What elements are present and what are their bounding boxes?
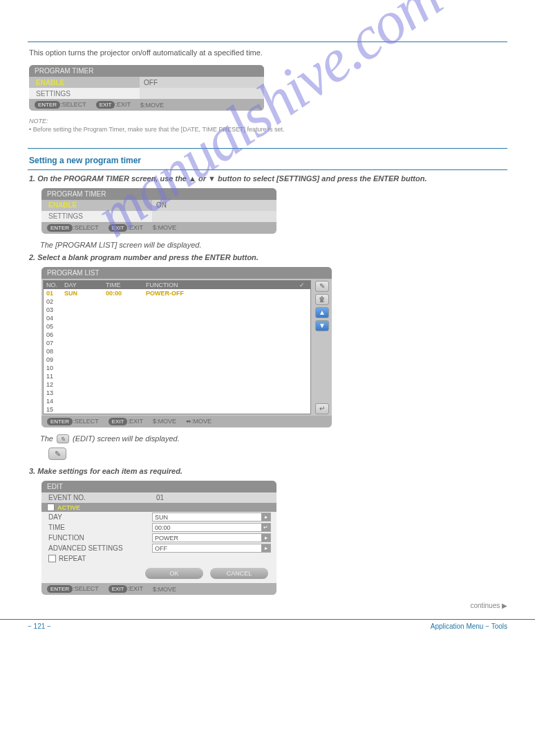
footer-move: $:MOVE bbox=[153, 586, 176, 593]
panel-footer: ENTER:SELECT EXIT:EXIT $:MOVE bbox=[41, 583, 276, 595]
program-timer-panel-on: PROGRAM TIMER ENABLE ON SETTINGS ENTER:S… bbox=[41, 188, 276, 234]
advanced-row[interactable]: ADVANCED SETTINGS OFF▸ bbox=[41, 543, 276, 553]
event-no-row: EVENT NO. 01 bbox=[41, 492, 276, 503]
function-row[interactable]: FUNCTION POWER▸ bbox=[41, 533, 276, 543]
table-row[interactable]: 05 bbox=[44, 322, 310, 331]
note-part-a: The bbox=[40, 434, 55, 443]
edit-icon[interactable]: ✎ bbox=[315, 281, 329, 292]
exit-pill: EXIT bbox=[109, 585, 128, 593]
menu-row-settings[interactable]: SETTINGS bbox=[41, 211, 276, 222]
col-day: DAY bbox=[62, 281, 103, 289]
table-row[interactable]: 08 bbox=[44, 347, 310, 356]
footer-move: $:MOVE bbox=[153, 224, 176, 231]
enable-label: ENABLE bbox=[29, 79, 140, 86]
table-row[interactable]: 01SUN00:00POWER-OFF bbox=[44, 289, 310, 297]
table-row[interactable]: 14 bbox=[44, 397, 310, 405]
settings-label: SETTINGS bbox=[29, 90, 140, 98]
col-no: NO. bbox=[44, 281, 62, 289]
function-field[interactable]: POWER▸ bbox=[152, 533, 271, 542]
program-list-panel: PROGRAM LIST NO. DAY TIME FUNCTION ✓ 01S… bbox=[41, 267, 332, 427]
function-label: FUNCTION bbox=[41, 534, 152, 542]
panel-title: PROGRAM TIMER bbox=[29, 65, 264, 77]
chevron-right-icon: ▸ bbox=[261, 544, 270, 552]
advanced-label: ADVANCED SETTINGS bbox=[41, 544, 152, 552]
enter-pill: ENTER bbox=[47, 224, 73, 232]
active-label: ACTIVE bbox=[57, 504, 80, 511]
event-no-label: EVENT NO. bbox=[41, 494, 152, 501]
function-value: POWER bbox=[155, 535, 178, 542]
exit-pill: EXIT bbox=[109, 224, 128, 232]
footer-select: :SELECT bbox=[73, 224, 99, 231]
enable-label: ENABLE bbox=[41, 201, 152, 209]
day-row[interactable]: DAY SUN▸ bbox=[41, 512, 276, 522]
menu-row-enable[interactable]: ENABLE OFF bbox=[29, 77, 264, 88]
up-icon[interactable]: ▲ bbox=[315, 307, 329, 318]
footer-move: $:MOVE bbox=[140, 102, 164, 109]
step-3-title: 3. Make settings for each item as requir… bbox=[29, 467, 507, 475]
repeat-label: REPEAT bbox=[59, 555, 86, 562]
menu-row-enable[interactable]: ENABLE ON bbox=[41, 200, 276, 211]
table-row[interactable]: 11 bbox=[44, 372, 310, 380]
table-row[interactable]: 02 bbox=[44, 297, 310, 306]
step-2-result: The ✎ (EDIT) screen will be displayed. bbox=[40, 434, 507, 444]
advanced-value: OFF bbox=[155, 545, 167, 552]
table-row[interactable]: 06 bbox=[44, 331, 310, 339]
active-checkbox[interactable] bbox=[47, 504, 55, 511]
return-icon[interactable]: ↵ bbox=[315, 403, 329, 414]
cancel-button[interactable]: CANCEL bbox=[210, 568, 268, 579]
enter-pill: ENTER bbox=[35, 101, 60, 109]
time-row[interactable]: TIME 00:00↵ bbox=[41, 522, 276, 533]
table-row[interactable]: 10 bbox=[44, 364, 310, 372]
panel-title: PROGRAM LIST bbox=[41, 267, 332, 279]
table-row[interactable]: 15 bbox=[44, 405, 310, 414]
edit-inline-icon: ✎ bbox=[57, 434, 69, 443]
settings-value bbox=[152, 211, 276, 222]
exit-pill: EXIT bbox=[96, 101, 115, 109]
section-heading: Setting a new program timer bbox=[29, 156, 507, 165]
time-field[interactable]: 00:00↵ bbox=[152, 523, 271, 532]
note-part-b: (EDIT) screen will be displayed. bbox=[73, 434, 180, 443]
menu-row-settings[interactable]: SETTINGS bbox=[29, 88, 264, 99]
table-row[interactable]: 03 bbox=[44, 306, 310, 314]
intro-text: This option turns the projector on/off a… bbox=[29, 48, 507, 58]
enter-icon: ↵ bbox=[261, 524, 270, 531]
day-field[interactable]: SUN▸ bbox=[152, 513, 271, 522]
table-row[interactable]: 13 bbox=[44, 389, 310, 397]
footer-exit: :EXIT bbox=[115, 101, 131, 108]
advanced-field[interactable]: OFF▸ bbox=[152, 544, 271, 553]
step-2-title: 2. Select a blank program number and pre… bbox=[29, 253, 507, 261]
day-value: SUN bbox=[155, 514, 168, 521]
list-side-buttons: ✎ 🗑 ▲ ▼ ↵ bbox=[314, 280, 330, 414]
step-1-title: 1. On the PROGRAM TIMER screen, use the … bbox=[29, 174, 507, 183]
table-row[interactable]: 04 bbox=[44, 314, 310, 322]
table-row[interactable]: 12 bbox=[44, 380, 310, 389]
exit-pill: EXIT bbox=[109, 418, 128, 425]
breadcrumb: Application Menu − Tools bbox=[431, 623, 507, 630]
active-row[interactable]: ACTIVE bbox=[41, 503, 276, 512]
continues-text: continues ▶ bbox=[0, 602, 507, 609]
delete-icon[interactable]: 🗑 bbox=[315, 294, 329, 305]
footer-exit: :EXIT bbox=[127, 585, 143, 592]
footer-select: :SELECT bbox=[73, 585, 99, 592]
table-row[interactable]: 09 bbox=[44, 356, 310, 364]
panel-footer: ENTER:SELECT EXIT:EXIT $:MOVE ⬌:MOVE bbox=[41, 416, 332, 427]
step-1-result: The [PROGRAM LIST] screen will be displa… bbox=[40, 241, 507, 249]
chevron-right-icon: ▸ bbox=[261, 534, 270, 542]
footer-move: $:MOVE bbox=[153, 418, 176, 425]
repeat-checkbox[interactable] bbox=[48, 555, 56, 562]
enable-value: OFF bbox=[140, 77, 264, 88]
footer-exit: :EXIT bbox=[127, 224, 143, 231]
table-row[interactable]: 07 bbox=[44, 339, 310, 347]
repeat-row[interactable]: REPEAT bbox=[41, 553, 276, 564]
footer-select: :SELECT bbox=[60, 101, 86, 108]
ok-button[interactable]: OK bbox=[145, 568, 203, 579]
enter-pill: ENTER bbox=[47, 585, 73, 593]
page-number: − 121 − bbox=[28, 623, 51, 630]
down-icon[interactable]: ▼ bbox=[315, 320, 329, 331]
chevron-right-icon: ▸ bbox=[261, 513, 270, 521]
note-text: • Before setting the Program Timer, make… bbox=[29, 126, 284, 133]
footer-exit: :EXIT bbox=[127, 418, 143, 425]
col-time: TIME bbox=[103, 281, 143, 289]
note-label: NOTE: bbox=[29, 118, 48, 125]
program-table[interactable]: NO. DAY TIME FUNCTION ✓ 01SUN00:00POWER-… bbox=[43, 280, 311, 414]
